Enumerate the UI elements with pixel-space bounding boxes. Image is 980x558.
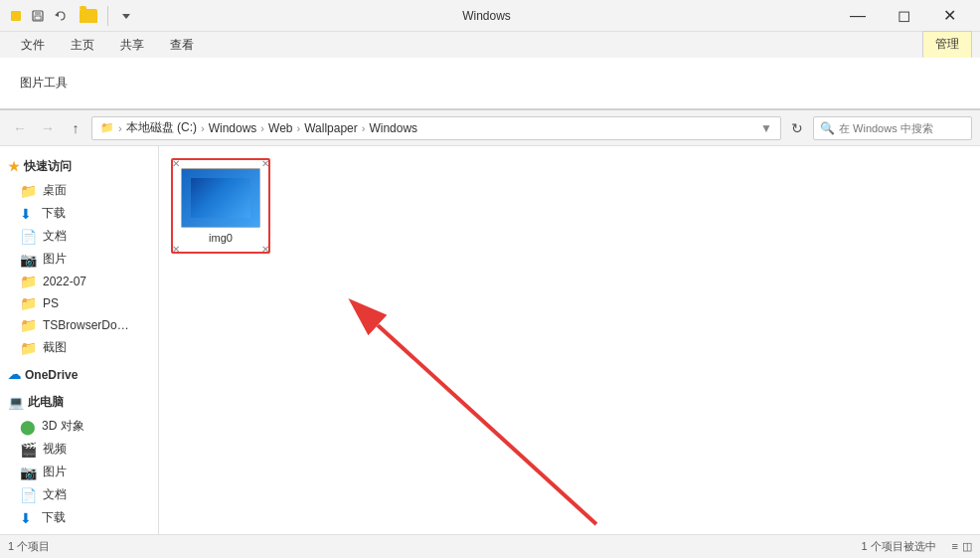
status-count: 1 个项目 [8,539,50,554]
sidebar-item-documents[interactable]: 📄 文档 [0,225,158,248]
up-button[interactable]: ↑ [64,116,87,140]
star-icon: ★ [8,159,20,174]
minimize-button[interactable]: — [835,0,881,32]
window-controls: — ◻ ✕ [835,0,972,32]
corner-handle-tl: ✕ [171,158,181,168]
view-toggle: ≡ ◫ [952,540,972,553]
sidebar-item-picture[interactable]: 📷 图片 [0,461,158,483]
dropdown-icon[interactable] [118,8,134,24]
sidebar-item-tsbrowser[interactable]: 📁 TSBrowserDownlc [0,314,158,336]
dl-icon: ⬇ [20,510,36,526]
svg-rect-3 [35,16,41,20]
back-button[interactable]: ← [8,116,32,140]
pic-icon: 📷 [20,252,37,268]
list-view-icon[interactable]: ≡ [952,540,958,553]
file-thumbnail-inner [191,178,250,218]
this-pc-header[interactable]: 💻 此电脑 [0,390,158,415]
ribbon-content: 图片工具 [0,58,980,109]
tab-manage[interactable]: 管理 [922,31,972,58]
svg-marker-5 [122,14,130,19]
svg-rect-2 [35,11,41,15]
path-wallpaper[interactable]: Wallpaper [304,121,358,135]
search-input[interactable] [839,122,965,134]
tab-home[interactable]: 主页 [58,32,107,58]
quick-access-icon[interactable] [8,8,24,24]
sidebar-item-video-label: 视频 [43,441,67,458]
sidebar-item-video[interactable]: 🎬 视频 [0,438,158,461]
sidebar-item-ps-label: PS [43,296,59,310]
ribbon-active-tab-label: 图片工具 [8,75,80,92]
tab-file[interactable]: 文件 [8,32,58,58]
sidebar-item-screenshot-label: 截图 [43,339,67,356]
main-layout: ★ 快速访问 📁 桌面 ⬇ 下载 📄 文档 📷 图片 📁 2022-07 [0,146,980,534]
file-name: img0 [209,232,233,244]
search-box[interactable]: 🔍 [813,116,972,140]
path-home-icon: 📁 [100,121,114,134]
title-bar: Windows — ◻ ✕ [0,0,980,32]
corner-handle-bl: ✕ [171,244,181,254]
this-pc-label: 此电脑 [28,394,64,411]
sidebar-item-screenshot[interactable]: 📁 截图 [0,336,158,359]
sidebar-item-picture-label: 图片 [43,464,67,480]
quick-access-header[interactable]: ★ 快速访问 [0,154,158,179]
folder-yellow-icon-1: 📁 [20,274,37,289]
forward-button[interactable]: → [36,116,60,140]
sidebar-item-2022-07[interactable]: 📁 2022-07 [0,271,158,292]
path-sep-1: › [201,122,205,134]
sidebar-item-downloads[interactable]: ⬇ 下载 [0,202,158,225]
sidebar-item-desktop-label: 桌面 [43,182,67,199]
corner-handle-tr: ✕ [260,158,270,168]
path-sep-4: › [362,122,366,134]
sidebar-item-3d[interactable]: ⬤ 3D 对象 [0,415,158,438]
close-button[interactable]: ✕ [926,0,972,32]
folder-yellow-icon-2: 📁 [20,295,37,311]
sidebar: ★ 快速访问 📁 桌面 ⬇ 下载 📄 文档 📷 图片 📁 2022-07 [0,146,159,534]
sidebar-item-doc[interactable]: 📄 文档 [0,483,158,506]
sidebar-item-2022-07-label: 2022-07 [43,275,86,288]
folder-yellow-icon-4: 📁 [20,340,37,356]
path-dropdown-icon[interactable]: ▼ [760,121,772,135]
onedrive-header[interactable]: ☁ OneDrive [0,363,158,386]
sidebar-item-downloads-label: 下载 [42,205,66,222]
path-windows[interactable]: Windows [209,121,257,135]
onedrive-label: OneDrive [25,368,78,382]
path-sep-2: › [260,122,264,134]
address-path[interactable]: 📁 › 本地磁盘 (C:) › Windows › Web › Wallpape… [91,116,781,140]
undo-icon[interactable] [52,8,68,24]
grid-view-icon[interactable]: ◫ [962,540,972,553]
doc-icon: 📄 [20,229,37,245]
path-local-disk[interactable]: 本地磁盘 (C:) [126,119,197,136]
sidebar-item-pictures-label: 图片 [43,251,67,268]
sidebar-item-documents-label: 文档 [43,228,67,245]
maximize-button[interactable]: ◻ [881,0,926,32]
path-web[interactable]: Web [268,121,292,135]
picture-icon: 📷 [20,465,37,480]
sidebar-item-pictures[interactable]: 📷 图片 [0,248,158,271]
sidebar-item-dl[interactable]: ⬇ 下载 [0,506,158,529]
3d-icon: ⬤ [20,419,36,435]
folder-blue-icon: 📁 [20,183,37,199]
sidebar-item-doc-label: 文档 [43,486,67,503]
download-icon: ⬇ [20,206,36,222]
folder-icon [80,9,97,23]
red-arrow [338,266,616,534]
document-icon: 📄 [20,487,37,503]
ribbon-tabs: 文件 主页 共享 查看 管理 [0,32,980,58]
pc-icon: 💻 [8,395,24,410]
refresh-button[interactable]: ↻ [785,116,809,140]
save-icon[interactable] [30,8,46,24]
path-current[interactable]: Windows [369,121,417,135]
window-title: Windows [142,9,831,23]
ribbon: 文件 主页 共享 查看 管理 图片工具 [0,32,980,110]
tab-view[interactable]: 查看 [157,32,207,58]
folder-yellow-icon-3: 📁 [20,317,37,333]
sidebar-item-desktop[interactable]: 📁 桌面 [0,179,158,202]
search-icon: 🔍 [820,121,835,135]
status-bar: 1 个项目 1 个项目被选中 ≡ ◫ [0,534,980,558]
sidebar-item-ps[interactable]: 📁 PS [0,292,158,314]
svg-line-7 [378,325,596,524]
file-item-img0[interactable]: ✕ ✕ ✕ ✕ img0 [171,158,270,254]
path-sep-3: › [297,122,301,134]
tab-share[interactable]: 共享 [107,32,157,58]
file-area[interactable]: ✕ ✕ ✕ ✕ img0 [159,146,980,534]
